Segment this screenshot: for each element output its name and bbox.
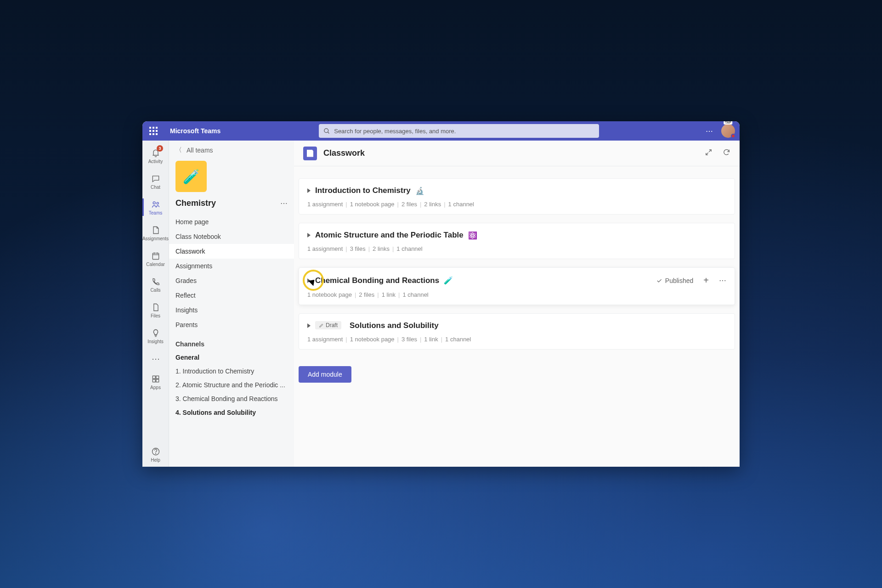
rail-label: Activity: [148, 159, 163, 164]
back-all-teams[interactable]: 〈 All teams: [169, 146, 294, 159]
rail-label: Insights: [147, 339, 163, 344]
profile-avatar[interactable]: TAP: [721, 124, 735, 138]
bulb-icon: [151, 328, 161, 338]
teams-window: Microsoft Teams Search for people, messa…: [142, 121, 740, 467]
svg-rect-8: [153, 376, 155, 379]
chevron-left-icon: 〈: [175, 146, 182, 154]
channel-general[interactable]: General: [169, 351, 294, 364]
back-label: All teams: [187, 147, 213, 154]
module-card[interactable]: Chemical Bonding and Reactions🧪Published…: [299, 267, 735, 305]
channel-4[interactable]: 4. Solutions and Solubility: [169, 406, 294, 419]
help-icon: [151, 447, 161, 457]
page-title: Classwork: [323, 148, 365, 158]
module-title: Solutions and Solubility: [350, 321, 439, 330]
rail-help[interactable]: Help: [142, 442, 169, 467]
channel-3[interactable]: 3. Chemical Bonding and Reactions: [169, 392, 294, 406]
draft-badge: Draft: [315, 321, 341, 329]
waffle-icon: [149, 127, 158, 135]
svg-point-13: [155, 453, 156, 453]
rail-more-button[interactable]: ⋯: [152, 349, 160, 368]
svg-point-0: [324, 128, 328, 132]
rail-label: Apps: [150, 385, 161, 390]
module-card[interactable]: Introduction to Chemistry🔬1 assignment|1…: [299, 178, 735, 215]
svg-rect-11: [156, 379, 158, 382]
main-panel: Classwork Introduction to Chemistry🔬1 as…: [294, 141, 740, 467]
module-summary: 1 assignment|1 notebook page|2 files|2 l…: [299, 201, 735, 214]
add-module-button[interactable]: Add module: [299, 366, 351, 383]
add-item-button[interactable]: +: [703, 275, 709, 286]
rail-apps[interactable]: Apps: [142, 369, 169, 394]
app-brand: Microsoft Teams: [170, 127, 220, 135]
rail-files[interactable]: Files: [142, 298, 169, 322]
search-box[interactable]: Search for people, messages, files, and …: [319, 124, 599, 138]
presence-busy-icon: [731, 134, 735, 138]
phone-icon: [151, 277, 161, 287]
sidebar-link-home[interactable]: Home page: [169, 215, 294, 229]
rail-label: Calendar: [146, 262, 165, 267]
activity-badge: 3: [157, 145, 163, 152]
module-card[interactable]: Atomic Structure and the Periodic Table⚛…: [299, 223, 735, 259]
team-sidebar: 〈 All teams 🧪 Chemistry ⋯ Home page Clas…: [169, 141, 294, 467]
sidebar-link-assignments[interactable]: Assignments: [169, 259, 294, 273]
teams-icon: [151, 199, 161, 209]
sidebar-link-insights[interactable]: Insights: [169, 303, 294, 317]
sidebar-link-reflect[interactable]: Reflect: [169, 288, 294, 303]
channel-2[interactable]: 2. Atomic Structure and the Periodic ...: [169, 378, 294, 392]
module-emoji-icon: 🧪: [444, 276, 453, 285]
avatar-tag: TAP: [724, 121, 732, 124]
module-card[interactable]: DraftSolutions and Solubility1 assignmen…: [299, 313, 735, 350]
svg-point-2: [153, 202, 155, 204]
module-summary: 1 assignment|3 files|2 links|1 channel: [299, 245, 735, 259]
caret-right-icon[interactable]: [307, 278, 311, 283]
app-rail: Activity 3 Chat Teams Assignments Calend…: [142, 141, 169, 467]
main-header: Classwork: [294, 141, 740, 166]
search-placeholder: Search for people, messages, files, and …: [334, 128, 456, 135]
sidebar-link-grades[interactable]: Grades: [169, 273, 294, 288]
team-name: Chemistry: [175, 198, 216, 208]
module-summary: 1 assignment|1 notebook page|3 files|1 l…: [299, 336, 735, 349]
classwork-app-icon: [303, 147, 317, 160]
module-title: Introduction to Chemistry: [315, 186, 411, 195]
rail-label: Calls: [150, 288, 160, 293]
caret-right-icon[interactable]: [307, 188, 311, 193]
channels-header: Channels: [169, 332, 294, 351]
svg-line-1: [328, 132, 329, 133]
module-more-button[interactable]: ⋯: [719, 276, 726, 285]
expand-button[interactable]: [705, 148, 712, 158]
rail-assignments[interactable]: Assignments: [142, 220, 169, 245]
rail-activity[interactable]: Activity 3: [142, 143, 169, 168]
rail-label: Help: [151, 458, 160, 463]
assignments-icon: [151, 225, 161, 235]
rail-calls[interactable]: Calls: [142, 272, 169, 297]
calendar-icon: [151, 251, 161, 261]
sidebar-link-classwork[interactable]: Classwork: [169, 244, 294, 259]
file-icon: [151, 302, 161, 312]
caret-right-icon[interactable]: [307, 323, 311, 328]
modules-list: Introduction to Chemistry🔬1 assignment|1…: [294, 166, 740, 467]
sidebar-link-notebook[interactable]: Class Notebook: [169, 229, 294, 244]
module-title: Chemical Bonding and Reactions: [315, 276, 439, 285]
channel-1[interactable]: 1. Introduction to Chemistry: [169, 364, 294, 378]
svg-rect-9: [156, 376, 158, 379]
team-tabs-list: Home page Class Notebook Classwork Assig…: [169, 215, 294, 332]
svg-rect-10: [153, 379, 155, 382]
rail-teams[interactable]: Teams: [142, 195, 169, 220]
module-emoji-icon: 🔬: [415, 187, 424, 195]
rail-label: Assignments: [142, 236, 169, 241]
app-launcher-button[interactable]: [147, 124, 160, 137]
settings-more-button[interactable]: ⋯: [706, 127, 713, 136]
team-more-button[interactable]: ⋯: [280, 199, 288, 208]
rail-insights[interactable]: Insights: [142, 323, 169, 348]
module-emoji-icon: ⚛️: [468, 231, 477, 240]
refresh-button[interactable]: [723, 148, 730, 158]
rail-chat[interactable]: Chat: [142, 169, 169, 194]
svg-rect-4: [153, 253, 158, 259]
team-avatar: 🧪: [175, 161, 207, 192]
module-title: Atomic Structure and the Periodic Table: [315, 231, 464, 240]
sidebar-link-parents[interactable]: Parents: [169, 317, 294, 332]
module-summary: 1 notebook page|2 files|1 link|1 channel: [299, 291, 735, 305]
caret-right-icon[interactable]: [307, 233, 311, 237]
svg-point-3: [157, 202, 158, 204]
published-status: Published: [656, 277, 694, 284]
rail-calendar[interactable]: Calendar: [142, 246, 169, 271]
